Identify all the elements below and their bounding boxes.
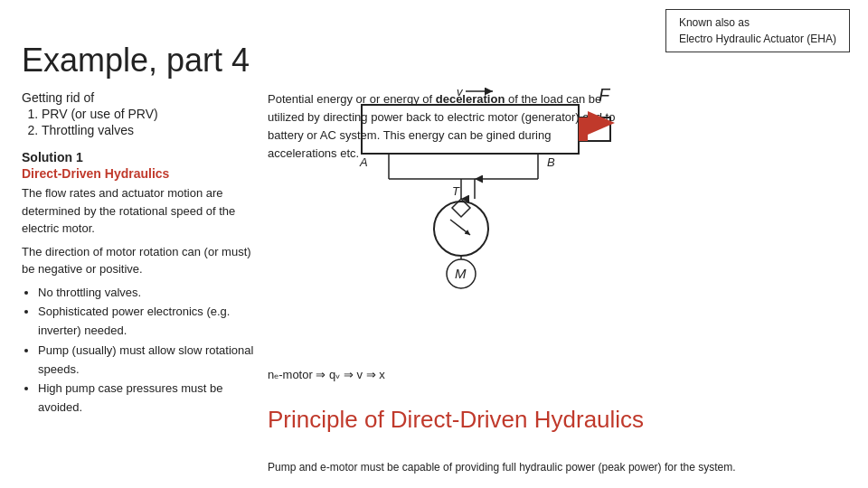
- list-item: Pump (usually) must allow slow rotationa…: [38, 342, 264, 380]
- desc2: The direction of motor rotation can (or …: [22, 243, 264, 278]
- svg-text:v: v: [457, 85, 464, 99]
- page: Known also as Electro Hydraulic Actuator…: [0, 0, 868, 488]
- principle-heading: Principle of Direct-Driven Hydraulics: [268, 406, 850, 434]
- list-item: Sophisticated power electronics (e.g. in…: [38, 303, 264, 341]
- svg-text:M: M: [455, 266, 467, 281]
- solution1-label: Solution 1: [22, 150, 264, 164]
- svg-text:T: T: [452, 184, 460, 198]
- desc1: The flow rates and actuator motion are d…: [22, 184, 264, 238]
- formula-text: nₑ-motor ⇒ qᵥ ⇒ v ⇒ x: [268, 368, 385, 381]
- hydraulic-diagram: v F A B T M: [280, 80, 615, 324]
- list-item: Throttling valves: [42, 123, 264, 137]
- list-item: High pump case pressures must be avoided…: [38, 380, 264, 418]
- known-line2: Electro Hydraulic Actuator (EHA): [679, 31, 836, 47]
- left-column: Getting rid of PRV (or use of PRV) Throt…: [22, 90, 264, 418]
- svg-rect-2: [362, 105, 579, 154]
- bullets: No throttling valves. Sophisticated powe…: [22, 284, 264, 418]
- svg-line-14: [450, 220, 470, 235]
- pump-text: Pump and e-motor must be capable of prov…: [268, 459, 850, 475]
- getting-rid-list: PRV (or use of PRV) Throttling valves: [22, 107, 264, 137]
- svg-text:A: A: [359, 155, 368, 169]
- svg-rect-5: [579, 117, 588, 141]
- list-item: No throttling valves.: [38, 284, 264, 303]
- list-item: PRV (or use of PRV): [42, 107, 264, 121]
- ddh-label: Direct-Driven Hydraulics: [22, 166, 264, 181]
- known-line1: Known also as: [679, 14, 836, 31]
- known-box: Known also as Electro Hydraulic Actuator…: [665, 9, 850, 52]
- svg-text:F: F: [599, 85, 611, 105]
- svg-text:B: B: [547, 155, 555, 169]
- getting-rid-label: Getting rid of: [22, 90, 264, 105]
